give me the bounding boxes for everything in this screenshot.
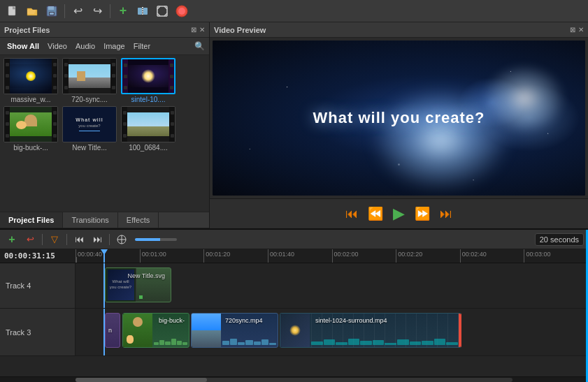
new-button[interactable] [4, 3, 21, 20]
pf-close-icon[interactable]: ✕ [199, 26, 205, 34]
clip-sintel[interactable]: sintel-1024-surround.mp4 [280, 313, 461, 348]
hscroll-thumb[interactable] [76, 378, 207, 382]
ruler-marks-container: 00:00:40 00:01:00 00:01:20 00:01:40 [76, 249, 588, 263]
record-button[interactable] [173, 3, 190, 20]
toolbar: ↩ ↪ + [0, 0, 588, 22]
tl-jump-end-button[interactable]: ⏭ [89, 233, 105, 247]
tl-razor-button[interactable] [114, 233, 129, 247]
clip-bigbuck[interactable]: big-buck- [122, 313, 189, 348]
clip-n-label: n [106, 325, 115, 335]
filmstrip-right-2 [110, 59, 116, 94]
media-label-720sync: 720-sync.... [62, 96, 117, 103]
svg-rect-3 [48, 6, 54, 10]
pf-header-icons: ⊠ ✕ [191, 26, 205, 34]
tab-effects[interactable]: Effects [118, 212, 159, 228]
clip-bigbuck-thumb [123, 314, 152, 347]
transport-rewind[interactable]: ⏪ [365, 205, 386, 223]
track-3-row: Track 3 n [0, 309, 588, 356]
media-item-720sync[interactable]: 720-sync.... [62, 58, 117, 103]
content-area: Project Files ⊠ ✕ Show All Video Audio I… [0, 22, 588, 228]
tl-seconds-badge: 20 seconds [535, 233, 584, 246]
media-label-bigbuck: big-buck-... [3, 144, 58, 152]
tab-project-files[interactable]: Project Files [0, 212, 63, 228]
filter-video[interactable]: Video [45, 41, 70, 52]
right-section: Video Preview ⊠ ✕ What will you create? … [210, 22, 588, 228]
separator-2 [110, 4, 110, 18]
clip-n[interactable]: n [105, 313, 120, 348]
media-item-sintel10[interactable]: sintel-10.... [120, 58, 176, 103]
video-preview-title: Video Preview [214, 26, 266, 34]
clip-newtitle-label: New Title.svg [124, 271, 168, 281]
filter-search-icon[interactable]: 🔍 [194, 41, 205, 51]
track-3-content[interactable]: n big-buck- [76, 309, 588, 355]
clip-newtitle-marker [139, 295, 143, 299]
split-button[interactable] [134, 3, 151, 20]
undo-button[interactable]: ↩ [69, 3, 86, 20]
left-section: Project Files ⊠ ✕ Show All Video Audio I… [0, 22, 210, 228]
transport-jump-end[interactable]: ⏭ [437, 205, 455, 223]
filmstrip-right-1 [52, 59, 57, 94]
media-thumb-bigbuck [3, 106, 58, 142]
media-thumb-newtitle: What will you create? [62, 106, 117, 142]
svg-rect-7 [143, 8, 148, 15]
clip-720sync[interactable]: 720sync.mp4 [191, 313, 278, 348]
transport-play[interactable]: ▶ [390, 203, 408, 224]
tl-sep-1 [42, 234, 43, 245]
vp-pin-icon[interactable]: ⊠ [570, 26, 575, 34]
filmstrip-right-3 [168, 59, 174, 93]
filter-image[interactable]: Image [101, 41, 128, 52]
save-button[interactable] [43, 3, 60, 20]
track-4-content[interactable]: What willyou create? New Title.svg [76, 263, 588, 308]
vp-close-icon[interactable]: ✕ [578, 26, 584, 34]
hscroll-track[interactable] [76, 378, 512, 382]
clip-sintel-end-marker [459, 314, 461, 347]
open-button[interactable] [24, 3, 41, 20]
video-preview-header: Video Preview ⊠ ✕ [210, 22, 588, 38]
project-files-header: Project Files ⊠ ✕ [0, 22, 209, 38]
tab-transitions[interactable]: Transitions [63, 212, 117, 228]
filter-filter[interactable]: Filter [131, 41, 153, 52]
tl-jump-start-button[interactable]: ⏮ [71, 233, 87, 247]
preview-light-flare [371, 87, 510, 192]
timeline-section: + ↩ ▽ ⏮ ⏭ 20 seconds 00:00:31:15 [0, 228, 588, 382]
clip-720sync-label: 720sync.mp4 [222, 316, 266, 325]
tl-undo-button[interactable]: ↩ [22, 233, 38, 247]
fullscreen-button[interactable] [154, 3, 171, 20]
transport-fast-forward[interactable]: ⏩ [412, 205, 433, 223]
separator-1 [64, 4, 65, 18]
tl-sep-3 [109, 234, 110, 245]
filter-input-wrap: 🔍 [194, 41, 205, 51]
media-item-bigbuck[interactable]: big-buck-... [3, 106, 59, 152]
ruler-playhead-line [103, 249, 105, 263]
clip-newtitle[interactable]: What willyou create? New Title.svg [105, 267, 171, 302]
media-item-massive[interactable]: massive_w... [3, 58, 59, 103]
media-label-newtitle: New Title... [62, 144, 117, 152]
import-button[interactable]: + [115, 3, 131, 20]
track-3-label: Track 3 [0, 309, 76, 355]
filmstrip-left-6 [122, 107, 127, 142]
redo-button[interactable]: ↪ [89, 3, 106, 20]
track3-playhead [103, 309, 105, 355]
filmstrip-right-4 [52, 107, 57, 142]
tl-filter-button[interactable]: ▽ [47, 233, 62, 247]
filter-show-all[interactable]: Show All [4, 41, 42, 52]
track4-playhead [103, 263, 105, 308]
tl-zoom-slider[interactable] [135, 238, 177, 241]
timeline-toolbar: + ↩ ▽ ⏮ ⏭ 20 seconds [0, 230, 588, 249]
timeline-hscroll[interactable] [0, 376, 588, 382]
media-item-newtitle[interactable]: What will you create? New Title... [62, 106, 117, 152]
media-label-100_0684: 100_0684.... [121, 144, 175, 152]
filter-audio[interactable]: Audio [73, 41, 98, 52]
media-thumb-720sync [62, 58, 117, 94]
media-item-100_0684[interactable]: 100_0684.... [120, 106, 176, 152]
timeline-timecode: 00:00:31:15 [4, 249, 55, 263]
tl-add-button[interactable]: + [4, 233, 20, 247]
clip-720sync-wave [222, 338, 276, 345]
playhead-triangle [101, 249, 108, 255]
filmstrip-left-4 [4, 107, 10, 142]
media-label-sintel10: sintel-10.... [121, 96, 175, 103]
media-grid: massive_w... [0, 55, 209, 212]
clip-sintel-wave [311, 338, 458, 345]
transport-jump-start[interactable]: ⏮ [343, 205, 361, 223]
pf-pin-icon[interactable]: ⊠ [191, 26, 196, 34]
